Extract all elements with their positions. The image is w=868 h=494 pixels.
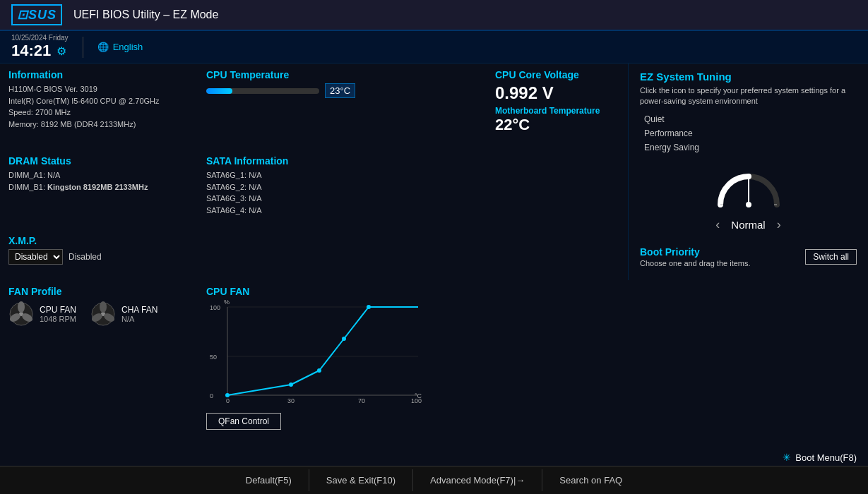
sata-slot-3: SATA6G_4: N/A <box>206 205 478 217</box>
sata-slot-1: SATA6G_2: N/A <box>206 181 478 193</box>
cha-fan-name: CHA FAN <box>121 305 157 315</box>
toolbar-default[interactable]: Default(F5) <box>229 469 309 491</box>
cpu-fan-chart-section: CPU FAN 100 50 0 % 0 <box>198 280 628 435</box>
toolbar-save-exit-label: Save & Exit(F10) <box>326 475 396 486</box>
main-content: ⊡SUS UEFI BIOS Utility – EZ Mode 10/25/2… <box>0 0 868 494</box>
settings-icon[interactable]: ⚙ <box>57 44 66 58</box>
info-title: Information <box>8 69 189 80</box>
top-bar: ⊡SUS UEFI BIOS Utility – EZ Mode <box>0 0 868 31</box>
dimm-a1-value: N/A <box>47 171 60 179</box>
temp-bar-track <box>206 88 319 94</box>
svg-point-30 <box>342 337 346 341</box>
gauge-svg <box>713 162 784 212</box>
boot-menu-area[interactable]: ✳ Boot Menu(F8) <box>783 452 857 463</box>
fan-chart-svg: 100 50 0 % 0 30 70 100 °C <box>206 300 425 406</box>
toolbar-search-faq[interactable]: Search on FAQ <box>542 469 639 491</box>
cpu-voltage-section: CPU Core Voltage 0.992 V Motherboard Tem… <box>487 64 628 150</box>
boot-priority-title: Boot Priority <box>640 246 751 258</box>
cpu-temp-value: 23°C <box>325 83 355 98</box>
profile-options: Quiet Performance Energy Saving <box>640 113 857 154</box>
toolbar-faq-label: Search on FAQ <box>559 475 622 486</box>
sata-slots: SATA6G_1: N/ASATA6G_2: N/ASATA6G_3: N/AS… <box>206 169 478 216</box>
asus-logo: ⊡SUS <box>11 4 62 25</box>
svg-point-29 <box>317 368 321 373</box>
svg-text:0: 0 <box>210 392 213 399</box>
xmp-row: Disabled Profile 1 Profile 2 Disabled <box>8 249 189 265</box>
mb-temp-title: Motherboard Temperature <box>495 106 619 116</box>
profile-performance[interactable]: Performance <box>640 127 857 140</box>
cha-fan-rpm: N/A <box>121 315 157 323</box>
boot-menu-label[interactable]: Boot Menu(F8) <box>795 452 857 463</box>
cpu-info: Intel(R) Core(TM) I5-6400 CPU @ 2.70GHz <box>8 95 189 107</box>
cha-fan-icon <box>90 301 116 327</box>
cpu-fan-unit: CPU FAN 1048 RPM <box>8 301 76 327</box>
xmp-section: X.M.P. Disabled Profile 1 Profile 2 Disa… <box>0 232 198 280</box>
gauge-mode-label: Normal <box>731 219 765 231</box>
dram-section: DRAM Status DIMM_A1: N/A DIMM_B1: Kingst… <box>0 150 198 231</box>
dimm-a1-row: DIMM_A1: N/A <box>8 169 189 181</box>
sata-slot-0: SATA6G_1: N/A <box>206 169 478 181</box>
dimm-a1-label: DIMM_A1: <box>8 171 45 179</box>
toolbar-advanced[interactable]: Advanced Mode(F7)|→ <box>413 469 542 491</box>
dram-title: DRAM Status <box>8 155 189 167</box>
dimm-b1-row: DIMM_B1: Kingston 8192MB 2133MHz <box>8 181 189 193</box>
svg-point-1 <box>746 202 751 207</box>
bios-title: UEFI BIOS Utility – EZ Mode <box>73 8 218 21</box>
svg-text:100: 100 <box>210 304 220 311</box>
xmp-select[interactable]: Disabled Profile 1 Profile 2 <box>8 249 63 265</box>
cpu-speed: Speed: 2700 MHz <box>8 107 189 119</box>
cpu-temp-section: CPU Temperature 23°C <box>198 64 487 150</box>
ez-tuning-section: EZ System Tuning Click the icon to speci… <box>628 64 868 280</box>
mb-model: H110M-C BIOS Ver. 3019 <box>8 83 189 95</box>
ez-tuning-title: EZ System Tuning <box>640 71 857 83</box>
chart-container: 100 50 0 % 0 30 70 100 °C <box>206 300 619 409</box>
gauge-next-button[interactable]: › <box>777 217 781 232</box>
sata-title: SATA Information <box>206 155 478 167</box>
mb-temp-value: 22°C <box>495 116 619 134</box>
boot-priority-desc: Choose one and drag the items. <box>640 259 751 267</box>
cpu-voltage-value: 0.992 V <box>495 83 619 103</box>
language-selector[interactable]: 🌐 English <box>97 42 143 52</box>
cpu-temp-title: CPU Temperature <box>206 69 478 80</box>
svg-point-28 <box>289 382 293 387</box>
ez-tuning-desc: Click the icon to specify your preferred… <box>640 85 857 107</box>
toolbar-advanced-label: Advanced Mode(F7)|→ <box>430 475 525 486</box>
globe-icon: 🌐 <box>97 42 109 52</box>
fan-profile-title: FAN Profile <box>8 286 189 297</box>
boot-priority-section: Boot Priority Choose one and drag the it… <box>640 246 857 267</box>
profile-quiet[interactable]: Quiet <box>640 113 857 126</box>
empty-cell <box>487 150 628 231</box>
fan-profile-section: FAN Profile CPU FAN 1048 RP <box>0 280 198 332</box>
svg-text:0: 0 <box>226 397 230 404</box>
cpu-fan-name: CPU FAN <box>40 305 76 315</box>
cha-fan-info: CHA FAN N/A <box>121 305 157 323</box>
datetime-block: 10/25/2024 Friday 14:21 ⚙ <box>11 34 69 60</box>
switch-all-button[interactable]: Switch all <box>805 249 857 265</box>
svg-point-31 <box>367 305 371 309</box>
divider <box>83 37 83 58</box>
xmp-status: Disabled <box>69 252 102 262</box>
toolbar-save-exit[interactable]: Save & Exit(F10) <box>309 469 413 491</box>
svg-text:50: 50 <box>210 354 217 361</box>
gauge-prev-button[interactable]: ‹ <box>715 217 720 232</box>
qfan-control-button[interactable]: QFan Control <box>206 413 281 430</box>
sata-section: SATA Information SATA6G_1: N/ASATA6G_2: … <box>198 150 487 231</box>
cpu-fan-rpm: 1048 RPM <box>40 315 76 323</box>
time-display: 14:21 <box>11 42 51 60</box>
svg-point-27 <box>225 393 230 397</box>
svg-point-6 <box>18 301 25 313</box>
svg-text:30: 30 <box>287 397 295 404</box>
xmp-title: X.M.P. <box>8 235 189 246</box>
svg-text:70: 70 <box>358 397 365 404</box>
language-label: English <box>113 42 143 52</box>
header-row: 10/25/2024 Friday 14:21 ⚙ 🌐 English <box>0 31 868 64</box>
memory-info: Memory: 8192 MB (DDR4 2133MHz) <box>8 119 189 131</box>
svg-point-11 <box>100 301 107 313</box>
cpu-fan-chart-title: CPU FAN <box>206 286 619 297</box>
bottom-area: FAN Profile CPU FAN 1048 RP <box>0 280 628 466</box>
dimm-b1-value: Kingston 8192MB 2133MHz <box>47 183 148 191</box>
information-section: Information H110M-C BIOS Ver. 3019 Intel… <box>0 64 198 150</box>
date-display: 10/25/2024 Friday <box>11 34 69 42</box>
boot-menu-icon: ✳ <box>783 452 791 463</box>
profile-energy[interactable]: Energy Saving <box>640 141 857 154</box>
